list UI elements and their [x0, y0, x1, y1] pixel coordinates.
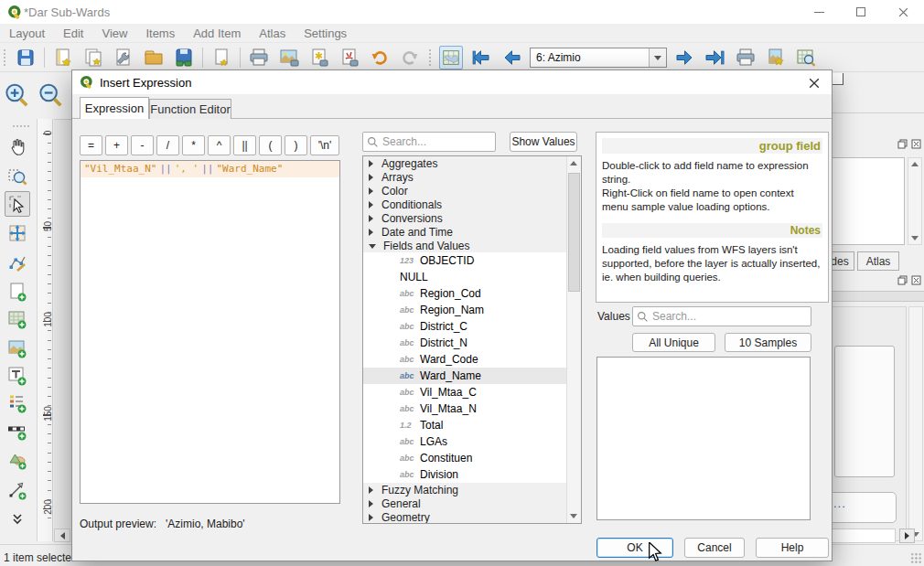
tree-field-lgas[interactable]: abcLGAs: [363, 433, 581, 450]
open-layout-button[interactable]: [142, 46, 166, 69]
tree-scrollbar[interactable]: [566, 156, 581, 523]
tree-field-district-c[interactable]: abcDistrict_C: [363, 318, 581, 335]
combo-dropdown-button[interactable]: [649, 48, 666, 67]
layout-properties-button[interactable]: [112, 46, 135, 69]
menu-edit[interactable]: Edit: [54, 24, 92, 43]
export-pdf-button[interactable]: [338, 46, 361, 69]
add-image-button[interactable]: [5, 336, 30, 361]
scrollbar-thumb[interactable]: [568, 173, 580, 292]
layout-canvas[interactable]: [54, 119, 71, 529]
menu-add-item[interactable]: Add Item: [184, 24, 250, 43]
tree-group-fields-and-values[interactable]: Fields and Values: [363, 239, 581, 252]
cancel-button[interactable]: Cancel: [684, 538, 745, 558]
close-panel-button[interactable]: [910, 275, 921, 285]
samples-button[interactable]: 10 Samples: [725, 333, 811, 352]
dock-list[interactable]: [826, 157, 905, 245]
duplicate-layout-button[interactable]: [81, 46, 105, 69]
float-panel-button[interactable]: [897, 275, 908, 285]
tree-group-conversions[interactable]: Conversions: [363, 211, 581, 225]
op-open-paren-button[interactable]: (: [259, 135, 282, 155]
tab-function-editor[interactable]: Function Editor: [149, 99, 231, 119]
new-layout-button[interactable]: [51, 46, 75, 69]
horizontal-scrollbar-left-button[interactable]: [54, 529, 70, 542]
toolbar-grip[interactable]: [3, 48, 7, 67]
atlas-preview-toggle-button[interactable]: [439, 46, 463, 69]
values-search-input[interactable]: [652, 310, 807, 323]
add-pages-button[interactable]: [210, 46, 233, 69]
toolbar-grip[interactable]: [12, 124, 30, 129]
tree-group-fuzzy-matching[interactable]: Fuzzy Matching: [363, 483, 581, 497]
menu-layout[interactable]: Layout: [0, 24, 54, 43]
print-atlas-button[interactable]: [734, 46, 757, 69]
add-page-button[interactable]: [5, 279, 30, 304]
atlas-settings-button[interactable]: [794, 46, 818, 69]
op-close-paren-button[interactable]: ): [285, 135, 307, 155]
tree-field-region-nam[interactable]: abcRegion_Nam: [363, 302, 581, 318]
add-arrow-button[interactable]: [5, 477, 30, 503]
redo-button[interactable]: [398, 46, 422, 69]
maximize-button[interactable]: [840, 0, 882, 24]
tree-group-aggregates[interactable]: Aggregates: [363, 156, 581, 170]
tree-group-conditionals[interactable]: Conditionals: [363, 198, 581, 211]
resize-grip[interactable]: [910, 552, 922, 564]
tree-group-general[interactable]: General: [363, 497, 581, 510]
atlas-first-feature-button[interactable]: [469, 46, 493, 69]
pan-tool-button[interactable]: [5, 134, 30, 160]
menu-view[interactable]: View: [92, 24, 136, 43]
tree-field-total[interactable]: 1.2Total: [363, 417, 581, 433]
function-search-input[interactable]: [382, 135, 491, 148]
toolbar-grip[interactable]: [428, 48, 433, 67]
tree-field-ward-code[interactable]: abcWard_Code: [363, 351, 581, 368]
tree-field-objectid[interactable]: 123OBJECTID: [363, 252, 581, 269]
tree-field-district-n[interactable]: abcDistrict_N: [363, 335, 581, 351]
close-panel-button[interactable]: [910, 139, 921, 149]
tree-group-date-and-time[interactable]: Date and Time: [363, 225, 581, 239]
atlas-feature-combo[interactable]: 6: Azimio: [530, 48, 667, 68]
atlas-next-feature-button[interactable]: [673, 46, 697, 69]
edit-nodes-tool-button[interactable]: [5, 251, 30, 276]
zoom-tool-button[interactable]: [5, 165, 30, 190]
dock-scrollbar[interactable]: [908, 157, 922, 245]
ok-button[interactable]: OK: [596, 538, 673, 558]
menu-atlas[interactable]: Atlas: [250, 24, 295, 43]
tree-field-vil-mtaa-c[interactable]: abcVil_Mtaa_C: [363, 384, 581, 400]
op-divide-button[interactable]: /: [156, 135, 179, 155]
zoom-in-button[interactable]: [2, 80, 31, 110]
dock-scrollbar[interactable]: [908, 306, 923, 541]
tree-field-vil-mtaa-n[interactable]: abcVil_Mtaa_N: [363, 400, 581, 417]
help-button[interactable]: Help: [756, 538, 829, 558]
add-legend-button[interactable]: [5, 390, 30, 416]
all-unique-button[interactable]: All Unique: [632, 333, 715, 352]
tab-atlas[interactable]: Atlas: [857, 251, 899, 271]
dialog-close-button[interactable]: [804, 75, 824, 91]
menu-items[interactable]: Items: [136, 24, 184, 43]
export-svg-button[interactable]: [307, 46, 331, 69]
tree-field-division[interactable]: abcDivision: [363, 466, 581, 483]
tree-field-ward-name[interactable]: abcWard_Name: [363, 368, 581, 384]
add-shape-button[interactable]: [5, 447, 30, 473]
export-image-button[interactable]: [277, 46, 301, 69]
zoom-out-button[interactable]: [36, 80, 65, 110]
toolbar-overflow-chevron-icon[interactable]: [5, 512, 30, 527]
undo-button[interactable]: [368, 46, 392, 69]
close-button[interactable]: [882, 0, 924, 24]
atlas-last-feature-button[interactable]: [704, 46, 727, 69]
tree-group-geometry[interactable]: Geometry: [363, 510, 581, 524]
expression-editor[interactable]: "Vil_Mtaa_N"||', '||"Ward_Name": [80, 160, 340, 504]
add-scalebar-button[interactable]: [5, 418, 30, 443]
tree-group-arrays[interactable]: Arrays: [363, 170, 581, 184]
dock-expand-button[interactable]: [899, 529, 915, 543]
float-panel-button[interactable]: [897, 139, 908, 149]
tree-field-constituen[interactable]: abcConstituen: [363, 450, 581, 466]
show-values-button[interactable]: Show Values: [510, 132, 577, 152]
export-atlas-button[interactable]: [764, 46, 788, 69]
menu-settings[interactable]: Settings: [295, 24, 356, 43]
op-equals-button[interactable]: =: [80, 135, 102, 155]
save-project-button[interactable]: [172, 46, 196, 69]
add-map-button[interactable]: [5, 306, 30, 332]
add-label-button[interactable]: [5, 363, 30, 389]
print-layout-button[interactable]: [247, 46, 271, 69]
save-layout-button[interactable]: [14, 46, 38, 69]
op-multiply-button[interactable]: *: [182, 135, 205, 155]
tree-item-null[interactable]: NULL: [363, 269, 581, 285]
